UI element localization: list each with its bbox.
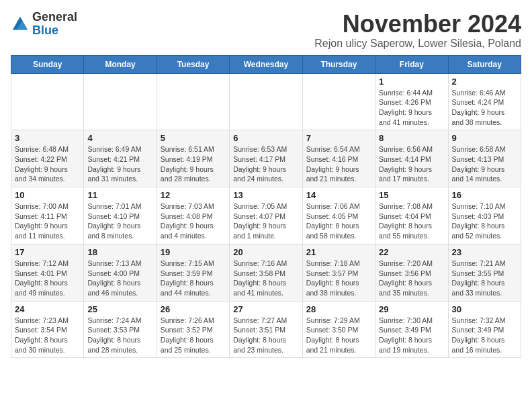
day-cell: 14Sunrise: 7:06 AM Sunset: 4:05 PM Dayli… [302, 187, 375, 244]
day-info: Sunrise: 7:26 AM Sunset: 3:52 PM Dayligh… [161, 316, 226, 355]
day-info: Sunrise: 7:30 AM Sunset: 3:49 PM Dayligh… [379, 316, 444, 355]
week-row-3: 10Sunrise: 7:00 AM Sunset: 4:11 PM Dayli… [11, 187, 521, 244]
day-cell: 27Sunrise: 7:27 AM Sunset: 3:51 PM Dayli… [230, 301, 302, 358]
day-number: 19 [161, 247, 226, 257]
week-row-1: 1Sunrise: 6:44 AM Sunset: 4:26 PM Daylig… [11, 73, 521, 130]
day-cell: 9Sunrise: 6:58 AM Sunset: 4:13 PM Daylig… [448, 130, 521, 187]
day-number: 18 [87, 247, 152, 257]
day-cell: 6Sunrise: 6:53 AM Sunset: 4:17 PM Daylig… [230, 130, 302, 187]
day-number: 3 [15, 133, 80, 143]
day-cell: 3Sunrise: 6:48 AM Sunset: 4:22 PM Daylig… [11, 130, 84, 187]
day-info: Sunrise: 7:15 AM Sunset: 3:59 PM Dayligh… [161, 259, 226, 298]
day-number: 14 [306, 190, 371, 200]
day-info: Sunrise: 7:03 AM Sunset: 4:08 PM Dayligh… [161, 201, 226, 241]
week-row-4: 17Sunrise: 7:12 AM Sunset: 4:01 PM Dayli… [11, 244, 521, 301]
weekday-saturday: Saturday [448, 55, 521, 73]
day-number: 24 [15, 304, 80, 314]
day-info: Sunrise: 6:48 AM Sunset: 4:22 PM Dayligh… [15, 144, 80, 184]
day-number: 23 [452, 247, 517, 257]
day-number: 7 [306, 133, 371, 143]
day-info: Sunrise: 6:46 AM Sunset: 4:24 PM Dayligh… [452, 88, 517, 128]
day-cell [230, 73, 302, 130]
day-number: 30 [452, 304, 517, 314]
day-cell: 5Sunrise: 6:51 AM Sunset: 4:19 PM Daylig… [157, 130, 229, 187]
day-info: Sunrise: 7:01 AM Sunset: 4:10 PM Dayligh… [87, 201, 152, 241]
day-info: Sunrise: 7:29 AM Sunset: 3:50 PM Dayligh… [306, 316, 371, 355]
day-info: Sunrise: 6:58 AM Sunset: 4:13 PM Dayligh… [452, 144, 517, 184]
day-cell: 13Sunrise: 7:05 AM Sunset: 4:07 PM Dayli… [230, 187, 302, 244]
day-cell: 15Sunrise: 7:08 AM Sunset: 4:04 PM Dayli… [375, 187, 448, 244]
day-number: 11 [87, 190, 152, 200]
day-cell: 17Sunrise: 7:12 AM Sunset: 4:01 PM Dayli… [11, 244, 84, 301]
day-info: Sunrise: 7:10 AM Sunset: 4:03 PM Dayligh… [452, 201, 517, 241]
logo: General Blue [11, 11, 77, 38]
day-number: 25 [87, 304, 152, 314]
day-number: 21 [306, 247, 371, 257]
logo-text: General Blue [32, 11, 77, 38]
weekday-wednesday: Wednesday [230, 55, 302, 73]
day-cell: 16Sunrise: 7:10 AM Sunset: 4:03 PM Dayli… [448, 187, 521, 244]
day-number: 22 [379, 247, 444, 257]
weekday-sunday: Sunday [11, 55, 84, 73]
week-row-2: 3Sunrise: 6:48 AM Sunset: 4:22 PM Daylig… [11, 130, 521, 187]
day-info: Sunrise: 7:08 AM Sunset: 4:04 PM Dayligh… [379, 201, 444, 241]
day-info: Sunrise: 7:20 AM Sunset: 3:56 PM Dayligh… [379, 259, 444, 298]
day-info: Sunrise: 7:00 AM Sunset: 4:11 PM Dayligh… [15, 201, 80, 241]
day-cell: 10Sunrise: 7:00 AM Sunset: 4:11 PM Dayli… [11, 187, 84, 244]
day-cell [302, 73, 375, 130]
day-cell: 8Sunrise: 6:56 AM Sunset: 4:14 PM Daylig… [375, 130, 448, 187]
day-cell: 19Sunrise: 7:15 AM Sunset: 3:59 PM Dayli… [157, 244, 229, 301]
day-cell: 1Sunrise: 6:44 AM Sunset: 4:26 PM Daylig… [375, 73, 448, 130]
week-row-5: 24Sunrise: 7:23 AM Sunset: 3:54 PM Dayli… [11, 301, 521, 358]
day-info: Sunrise: 7:21 AM Sunset: 3:55 PM Dayligh… [452, 259, 517, 298]
day-number: 20 [233, 247, 298, 257]
day-number: 13 [233, 190, 298, 200]
day-info: Sunrise: 6:56 AM Sunset: 4:14 PM Dayligh… [379, 144, 444, 184]
day-cell: 2Sunrise: 6:46 AM Sunset: 4:24 PM Daylig… [448, 73, 521, 130]
weekday-thursday: Thursday [302, 55, 375, 73]
day-info: Sunrise: 6:51 AM Sunset: 4:19 PM Dayligh… [161, 144, 226, 184]
day-info: Sunrise: 7:05 AM Sunset: 4:07 PM Dayligh… [233, 201, 298, 241]
day-info: Sunrise: 7:06 AM Sunset: 4:05 PM Dayligh… [306, 201, 371, 241]
day-number: 27 [233, 304, 298, 314]
day-info: Sunrise: 7:32 AM Sunset: 3:49 PM Dayligh… [452, 316, 517, 355]
title-block: November 2024 Rejon ulicy Saperow, Lower… [314, 11, 521, 50]
day-cell: 12Sunrise: 7:03 AM Sunset: 4:08 PM Dayli… [157, 187, 229, 244]
day-info: Sunrise: 7:24 AM Sunset: 3:53 PM Dayligh… [87, 316, 152, 355]
day-info: Sunrise: 7:23 AM Sunset: 3:54 PM Dayligh… [15, 316, 80, 355]
day-cell: 29Sunrise: 7:30 AM Sunset: 3:49 PM Dayli… [375, 301, 448, 358]
day-cell: 4Sunrise: 6:49 AM Sunset: 4:21 PM Daylig… [84, 130, 157, 187]
day-number: 16 [452, 190, 517, 200]
day-number: 12 [161, 190, 226, 200]
day-info: Sunrise: 6:53 AM Sunset: 4:17 PM Dayligh… [233, 144, 298, 184]
day-number: 1 [379, 77, 444, 87]
weekday-monday: Monday [84, 55, 157, 73]
day-info: Sunrise: 7:18 AM Sunset: 3:57 PM Dayligh… [306, 259, 371, 298]
day-cell: 24Sunrise: 7:23 AM Sunset: 3:54 PM Dayli… [11, 301, 84, 358]
day-cell: 20Sunrise: 7:16 AM Sunset: 3:58 PM Dayli… [230, 244, 302, 301]
day-number: 17 [15, 247, 80, 257]
header: General Blue November 2024 Rejon ulicy S… [11, 11, 521, 50]
calendar: SundayMondayTuesdayWednesdayThursdayFrid… [11, 55, 521, 359]
day-info: Sunrise: 6:44 AM Sunset: 4:26 PM Dayligh… [379, 88, 444, 128]
day-cell: 18Sunrise: 7:13 AM Sunset: 4:00 PM Dayli… [84, 244, 157, 301]
day-cell: 28Sunrise: 7:29 AM Sunset: 3:50 PM Dayli… [302, 301, 375, 358]
calendar-body: 1Sunrise: 6:44 AM Sunset: 4:26 PM Daylig… [11, 73, 521, 358]
day-cell: 23Sunrise: 7:21 AM Sunset: 3:55 PM Dayli… [448, 244, 521, 301]
day-info: Sunrise: 7:27 AM Sunset: 3:51 PM Dayligh… [233, 316, 298, 355]
subtitle: Rejon ulicy Saperow, Lower Silesia, Pola… [314, 38, 521, 50]
day-cell: 11Sunrise: 7:01 AM Sunset: 4:10 PM Dayli… [84, 187, 157, 244]
day-cell [11, 73, 84, 130]
month-title: November 2024 [314, 11, 521, 38]
day-cell: 7Sunrise: 6:54 AM Sunset: 4:16 PM Daylig… [302, 130, 375, 187]
day-cell: 30Sunrise: 7:32 AM Sunset: 3:49 PM Dayli… [448, 301, 521, 358]
day-number: 15 [379, 190, 444, 200]
day-number: 2 [452, 77, 517, 87]
day-number: 29 [379, 304, 444, 314]
day-number: 6 [233, 133, 298, 143]
day-cell: 21Sunrise: 7:18 AM Sunset: 3:57 PM Dayli… [302, 244, 375, 301]
day-number: 5 [161, 133, 226, 143]
day-info: Sunrise: 7:12 AM Sunset: 4:01 PM Dayligh… [15, 259, 80, 298]
day-number: 8 [379, 133, 444, 143]
day-number: 9 [452, 133, 517, 143]
